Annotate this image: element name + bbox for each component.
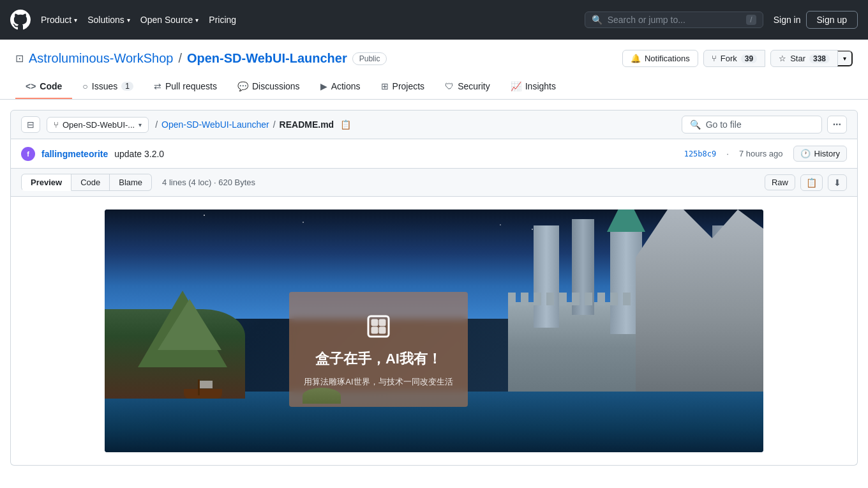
commit-message: update 3.2.0	[114, 149, 164, 159]
ship-sail	[200, 381, 213, 388]
star-particle	[204, 215, 205, 216]
nav-product[interactable]: Product ▾	[41, 15, 77, 25]
sign-up-button[interactable]: Sign up	[806, 11, 858, 29]
fork-button[interactable]: ⑂ Fork 39	[703, 50, 765, 67]
fork-icon: ⑂	[712, 54, 717, 63]
tower	[534, 225, 559, 328]
terrain-piece	[303, 388, 341, 404]
path-separator: /	[155, 119, 158, 130]
chevron-down-icon: ▾	[127, 17, 130, 24]
file-header-bar: ⊟ ⑂ Open-SD-WebUI-... ▾ / Open-SD-WebUI-…	[10, 110, 858, 139]
commit-author-link[interactable]: fallingmeteorite	[41, 149, 108, 159]
repo-owner-link[interactable]: Astroluminous-WorkShop	[29, 51, 173, 66]
file-path: / Open-SD-WebUI-Launcher / README.md 📋	[155, 118, 354, 131]
star-button[interactable]: ☆ Star 338	[770, 50, 838, 67]
search-shortcut: /	[746, 15, 756, 25]
readme-image: 盒子在手，AI我有！ 用算法雕琢AI世界，与技术一同改变生活	[105, 210, 763, 452]
download-button[interactable]: ⬇	[828, 174, 847, 191]
star-group: ☆ Star 338 ▾	[770, 50, 853, 67]
svg-rect-0	[368, 316, 389, 337]
readme-content: 盒子在手，AI我有！ 用算法雕琢AI世界，与技术一同改变生活	[11, 197, 857, 465]
path-separator: /	[178, 51, 182, 66]
sidebar-icon: ⊟	[27, 119, 34, 130]
tab-security[interactable]: 🛡 Security	[435, 75, 500, 99]
github-logo[interactable]	[10, 10, 31, 30]
actions-icon: ▶	[320, 81, 327, 91]
branch-selector[interactable]: ⑂ Open-SD-WebUI-... ▾	[47, 117, 149, 133]
repo-name-link[interactable]: Open-SD-WebUI-Launcher	[187, 51, 347, 66]
tower-roof	[607, 210, 645, 232]
top-navigation: Product ▾ Solutions ▾ Open Source ▾ Pric…	[0, 0, 868, 40]
discussion-icon: 💬	[237, 81, 248, 91]
search-icon: 🔍	[690, 119, 701, 130]
commit-sha-link[interactable]: 125b8c9	[684, 149, 717, 158]
svg-rect-3	[372, 328, 377, 333]
copy-raw-button[interactable]: 📋	[800, 174, 823, 191]
repo-title-row: ⊡ Astroluminous-WorkShop / Open-SD-WebUI…	[15, 50, 853, 67]
go-to-file-input[interactable]: 🔍 Go to file	[682, 116, 822, 133]
tab-issues[interactable]: ○ Issues 1	[72, 75, 144, 99]
cliff	[636, 210, 763, 392]
nav-opensource[interactable]: Open Source ▾	[140, 15, 199, 25]
chevron-down-icon: ▾	[195, 17, 198, 24]
nav-pricing[interactable]: Pricing	[209, 15, 236, 25]
tab-code[interactable]: <> Code	[15, 75, 72, 99]
sidebar-toggle-button[interactable]: ⊟	[21, 116, 40, 133]
auth-buttons: Sign in Sign up	[774, 11, 858, 29]
history-icon: 🕐	[800, 149, 811, 158]
commit-meta: 125b8c9 · 7 hours ago 🕐 History	[684, 146, 847, 162]
fork-count: 39	[741, 54, 757, 63]
star-dropdown-button[interactable]: ▾	[837, 50, 853, 66]
chevron-down-icon: ▾	[138, 121, 142, 128]
issue-icon: ○	[82, 81, 87, 91]
chevron-down-icon: ▾	[843, 55, 846, 62]
repo-header: ⊡ Astroluminous-WorkShop / Open-SD-WebUI…	[0, 40, 868, 100]
file-path-current: README.md	[280, 119, 334, 130]
path-separator: /	[273, 119, 276, 130]
branch-icon: ⑂	[54, 120, 59, 130]
overlay-logo	[363, 311, 394, 342]
blame-tab[interactable]: Blame	[110, 174, 152, 191]
fork-group: ⑂ Fork 39	[703, 50, 765, 67]
star-count: 338	[809, 54, 830, 63]
security-icon: 🛡	[445, 81, 454, 91]
repo-title: ⊡ Astroluminous-WorkShop / Open-SD-WebUI…	[15, 51, 387, 66]
svg-rect-1	[372, 320, 377, 325]
chevron-down-icon: ▾	[74, 17, 77, 24]
tab-insights[interactable]: 📈 Insights	[500, 75, 566, 99]
author-avatar: f	[21, 147, 35, 161]
tab-discussions[interactable]: 💬 Discussions	[227, 75, 310, 99]
pr-icon: ⇄	[154, 81, 161, 91]
tab-actions[interactable]: ▶ Actions	[310, 75, 371, 99]
code-tab[interactable]: Code	[71, 174, 110, 191]
commit-time: 7 hours ago	[739, 149, 783, 158]
issues-count: 1	[121, 82, 133, 91]
copy-path-button[interactable]: 📋	[338, 118, 354, 131]
ship-hull	[184, 389, 222, 399]
nav-solutions[interactable]: Solutions ▾	[87, 15, 130, 25]
file-raw-actions: Raw 📋 ⬇	[765, 174, 847, 191]
overlay-title: 盒子在手，AI我有！	[315, 349, 442, 369]
raw-button[interactable]: Raw	[765, 174, 795, 190]
more-options-button[interactable]: ···	[827, 116, 847, 133]
tab-pull-requests[interactable]: ⇄ Pull requests	[144, 75, 227, 99]
visibility-badge: Public	[352, 52, 387, 65]
star-particle	[303, 222, 304, 223]
svg-rect-2	[380, 320, 385, 325]
insights-icon: 📈	[511, 81, 521, 91]
tab-projects[interactable]: ⊞ Projects	[371, 75, 435, 99]
notifications-button[interactable]: 🔔 Notifications	[622, 50, 698, 67]
file-path-repo-link[interactable]: Open-SD-WebUI-Launcher	[161, 119, 269, 130]
separator: ·	[726, 149, 729, 158]
main-content: ⊟ ⑂ Open-SD-WebUI-... ▾ / Open-SD-WebUI-…	[0, 110, 868, 466]
file-actions-right: 🔍 Go to file ···	[682, 116, 847, 133]
ship	[184, 379, 222, 399]
code-icon: <>	[26, 81, 36, 91]
preview-tab[interactable]: Preview	[21, 174, 71, 191]
view-tabs-bar: Preview Code Blame 4 lines (4 loc) · 620…	[10, 169, 858, 197]
history-button[interactable]: 🕐 History	[793, 146, 847, 162]
pyramid-shape	[158, 299, 221, 350]
repo-tabs: <> Code ○ Issues 1 ⇄ Pull requests 💬 Dis…	[15, 75, 853, 99]
search-bar[interactable]: 🔍 Search or jump to... /	[585, 11, 763, 28]
sign-in-link[interactable]: Sign in	[774, 15, 801, 25]
